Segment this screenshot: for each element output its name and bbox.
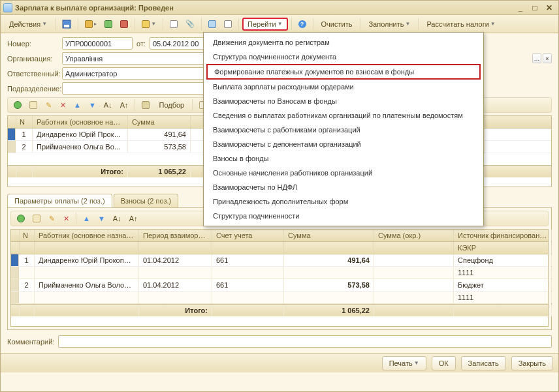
doc-icon <box>3 3 12 12</box>
g2-col-period[interactable]: Период взаиморасчетов <box>139 230 212 241</box>
goto-dropdown: Движения документа по регистрамСтруктура… <box>203 32 484 226</box>
print-button[interactable]: Печать▼ <box>382 356 426 370</box>
actions-menu-button[interactable]: Действия▼ <box>5 18 52 31</box>
move-up-button[interactable]: ▲ <box>71 98 84 112</box>
move-down-button[interactable]: ▼ <box>86 98 99 112</box>
cell-kekr: 1111 <box>454 292 552 303</box>
help-icon-button[interactable]: ? <box>295 18 310 31</box>
basis-icon-button[interactable]: ▼ <box>138 18 159 31</box>
fill-menu-button[interactable]: Заполнить▼ <box>364 18 415 31</box>
menu-item[interactable]: Взаиморасчеты по Взносам в фонды <box>204 94 483 108</box>
menu-item[interactable]: Движения документа по регистрам <box>204 35 483 50</box>
g2-add-button[interactable] <box>14 212 28 225</box>
list-icon-button[interactable] <box>221 18 235 31</box>
g2-col-n[interactable]: N <box>19 230 35 241</box>
comment-field[interactable] <box>58 335 552 348</box>
cell-kekr: 1111 <box>454 267 552 279</box>
g2-down-button[interactable]: ▼ <box>95 212 108 225</box>
g2-copy-button[interactable] <box>29 212 44 225</box>
g2-col-sumr[interactable]: Сумма (окр.) <box>374 230 454 241</box>
copy-row-button[interactable] <box>26 98 40 112</box>
list-icon <box>224 20 232 28</box>
row-marker <box>11 279 19 291</box>
menu-item[interactable]: Сведения о выплатах работникам организац… <box>204 108 483 123</box>
menu-item[interactable]: Структура подчиненности документа <box>204 50 483 64</box>
pick-button[interactable]: Подбор <box>154 98 189 112</box>
g2-col-acc[interactable]: Счет учета <box>212 230 284 241</box>
minimize-button[interactable]: _ <box>514 3 527 13</box>
menu-item[interactable]: Выплата зарплаты расходными ордерами <box>204 80 483 94</box>
menu-item[interactable]: Взаиморасчеты по НДФЛ <box>204 180 483 194</box>
svg-rect-1 <box>64 25 69 27</box>
unpost-icon-button[interactable] <box>117 18 131 31</box>
menu-item[interactable]: Принадлежность дополнительных форм <box>204 194 483 209</box>
g2-up-button[interactable]: ▲ <box>80 212 93 225</box>
g2-total-value: 1 065,22 <box>284 305 374 316</box>
cell-sum: 573,58 <box>284 279 374 291</box>
menu-item[interactable]: Взаиморасчеты с депонентами организаций <box>204 137 483 151</box>
goto-menu-button[interactable]: Перейти▼ <box>242 18 288 31</box>
down-icon: ▼ <box>98 215 105 222</box>
resp-label: Ответственный: <box>7 70 58 78</box>
report-icon <box>170 20 178 28</box>
comment-label: Комментарий: <box>7 338 54 346</box>
org-clear-button[interactable]: × <box>543 53 552 63</box>
form-icon-button[interactable] <box>205 18 219 31</box>
cell-sum: 491,64 <box>128 128 191 140</box>
menu-item[interactable]: Формирование платежных документов по взн… <box>206 64 481 80</box>
g2-col-emp[interactable]: Работник (основное назначение) <box>35 230 139 241</box>
maximize-button[interactable]: □ <box>528 3 541 13</box>
col-sum[interactable]: Сумма <box>128 116 191 128</box>
row-marker <box>8 141 16 153</box>
comment-row: Комментарий: <box>7 335 552 348</box>
org-select-button[interactable]: … <box>532 53 541 63</box>
ok-button[interactable]: ОК <box>432 356 456 370</box>
g2-delete-button[interactable]: ✕ <box>59 212 72 225</box>
menu-item[interactable]: Структура подчиненности <box>204 209 483 223</box>
g2-sort-desc-button[interactable]: A↑ <box>126 212 141 225</box>
table-row[interactable]: 2Приймаченко Ольга Володимирівна01.04.20… <box>11 279 548 292</box>
menu-item[interactable]: Взносы в фонды <box>204 151 483 166</box>
add-row-button[interactable] <box>10 98 25 112</box>
x-icon: ✕ <box>63 215 69 222</box>
pick-icon-button[interactable] <box>138 98 153 112</box>
tab-contrib[interactable]: Взносы (2 поз.) <box>114 194 179 207</box>
post-icon-button[interactable] <box>101 18 116 31</box>
plus-icon <box>17 215 25 222</box>
main-toolbar: Действия▼ ▸ ▼ 📎 Перейти▼ ? Очистить Запо… <box>1 15 558 33</box>
up-icon: ▲ <box>83 215 90 222</box>
table-subrow[interactable]: 1111 <box>11 292 548 304</box>
table-row[interactable]: 1Диндаренко Юрій Прокопович01.04.2012661… <box>11 254 548 267</box>
close-button[interactable]: Закрыть <box>511 356 553 370</box>
col-employee[interactable]: Работник (основное назн... <box>33 116 128 128</box>
save-button[interactable]: Записать <box>461 356 506 370</box>
sort-desc-icon: A↑ <box>120 102 129 109</box>
copy-icon <box>29 101 37 109</box>
clear-button[interactable]: Очистить <box>317 18 357 31</box>
calc-taxes-menu-button[interactable]: Рассчитать налоги▼ <box>422 18 500 31</box>
report-icon-button[interactable] <box>167 18 181 31</box>
ledger-icon-button[interactable]: ▸ <box>82 18 100 31</box>
close-window-button[interactable]: ✕ <box>543 3 556 13</box>
cell-acc: 661 <box>212 254 284 266</box>
g2-col-src[interactable]: Источник финансирования <box>454 230 552 241</box>
save-icon-button[interactable] <box>59 18 74 31</box>
g2-col-sum[interactable]: Сумма <box>284 230 374 241</box>
g2-sort-asc-button[interactable]: A↓ <box>110 212 125 225</box>
delete-row-button[interactable]: ✕ <box>56 98 69 112</box>
cell-sum: 491,64 <box>284 254 374 266</box>
menu-item[interactable]: Основные начисления работников организац… <box>204 166 483 180</box>
tab-params[interactable]: Параметры оплаты (2 поз.) <box>7 194 112 207</box>
col-n[interactable]: N <box>16 116 33 128</box>
g2-edit-button[interactable]: ✎ <box>45 212 58 225</box>
edit-row-button[interactable]: ✎ <box>42 98 55 112</box>
number-field[interactable]: УПР00000001 <box>62 37 133 50</box>
number-label: Номер: <box>7 40 58 48</box>
sort-asc-button[interactable]: A↓ <box>101 98 116 112</box>
menu-item[interactable]: Взаиморасчеты с работниками организаций <box>204 123 483 137</box>
cell-src: Спецфонд <box>454 254 552 266</box>
g2-col-kekr[interactable]: КЭКР <box>454 242 552 254</box>
table-subrow[interactable]: 1111 <box>11 267 548 279</box>
sort-desc-button[interactable]: A↑ <box>117 98 132 112</box>
attach-icon-button[interactable]: 📎 <box>182 18 198 31</box>
